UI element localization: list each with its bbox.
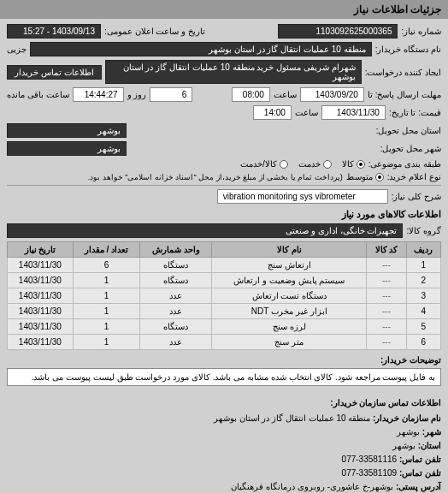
th-name: نام کالا <box>212 242 367 258</box>
table-row: 5---لرزه سنجدستگاه11403/11/30 <box>8 319 441 335</box>
creator-field: شهرام شریفی مسئول خرید منطقه 10 عملیات ا… <box>105 60 362 84</box>
table-cell: 1 <box>406 258 440 273</box>
time-label-2: ساعت <box>295 108 318 117</box>
countdown-field: 14:44:27 <box>73 87 124 102</box>
buyer-note-box: به فایل پیوست مراجعه شود. کالای انتخاب ش… <box>7 368 441 386</box>
table-cell: 1 <box>73 273 139 288</box>
contact-province-value: بوشهر <box>392 441 416 450</box>
partial-label: جزیی <box>7 45 27 54</box>
table-cell: 1403/11/30 <box>8 288 74 304</box>
table-cell: --- <box>367 319 407 335</box>
price-date-field: 1403/11/30 <box>321 105 386 120</box>
announce-field: 1403/09/13 - 15:27 <box>7 24 101 39</box>
need-no-label: شماره نیاز: <box>401 27 441 36</box>
radio-dot-icon <box>375 173 384 181</box>
th-date: تاریخ نیاز <box>8 242 74 258</box>
table-cell: 6 <box>73 258 139 273</box>
radio-goods-service[interactable]: کالا/خدمت <box>240 159 288 169</box>
subject-class-label: طبقه بندی موضوعی: <box>368 159 441 169</box>
announce-label: تاریخ و ساعت اعلان عمومی: <box>104 27 205 36</box>
contact-block: اطلاعات تماس سازمان خریدار: نام سازمان خ… <box>0 391 448 493</box>
contact-fax-label: تلفن تماس: <box>399 468 441 478</box>
days-count-field: 6 <box>150 87 192 102</box>
table-cell: 6 <box>406 335 440 350</box>
table-cell: 1 <box>73 319 139 335</box>
goods-group-field: تجهیزات خانگی، اداری و صنعتی <box>7 223 403 238</box>
table-cell: 4 <box>406 304 440 319</box>
table-cell: 1403/11/30 <box>8 304 74 319</box>
table-cell: سیستم پایش وضعیت و ارتعاش <box>212 273 367 288</box>
remaining-label: ساعت باقی مانده <box>7 90 69 99</box>
goods-table: ردیف کد کالا نام کالا واحد شمارش تعداد /… <box>7 241 441 350</box>
table-cell: دستگاه <box>140 258 212 273</box>
contact-province-label: استان: <box>418 441 441 450</box>
table-cell: عدد <box>140 335 212 350</box>
contact-phone-value: 33581116-077 <box>342 454 398 464</box>
reply-until-label: مهلت ارسال پاسخ: تا <box>368 90 441 99</box>
table-cell: 1 <box>73 288 139 304</box>
contact-address-label: آدرس پستی: <box>396 482 441 491</box>
table-cell: دستگاه <box>140 273 212 288</box>
contact-city-value: بوشهر <box>397 427 420 437</box>
contact-buyer-button[interactable]: اطلاعات تماس خریدار <box>7 65 102 80</box>
divider <box>7 185 441 186</box>
th-qty: تعداد / مقدار <box>73 242 139 258</box>
table-cell: ابزار غیر مخرب NDT <box>212 304 367 319</box>
delivery-province-field: بوشهر <box>7 123 127 138</box>
buyer-note-label: توضیحات خریدار: <box>380 355 441 365</box>
table-cell: 1403/11/30 <box>8 319 74 335</box>
table-cell: 3 <box>406 288 440 304</box>
reply-date-field: 1403/09/20 <box>300 87 364 102</box>
contact-fax-value: 33581109-077 <box>342 468 398 478</box>
table-row: 6---متر سنجعدد11403/11/30 <box>8 335 441 350</box>
table-cell: 1403/11/30 <box>8 273 74 288</box>
table-cell: 1 <box>73 335 139 350</box>
table-cell: --- <box>367 288 407 304</box>
th-idx: ردیف <box>406 242 440 258</box>
price-time-field: 14:00 <box>253 105 292 120</box>
table-cell: --- <box>367 273 407 288</box>
table-row: 4---ابزار غیر مخرب NDTعدد11403/11/30 <box>8 304 441 319</box>
radio-buy-medium[interactable]: متوسط <box>346 172 384 181</box>
delivery-province-label: استان محل تحویل: <box>376 126 441 135</box>
table-row: 1---ارتعاش سنجدستگاه61403/11/30 <box>8 258 441 273</box>
need-desc-label: شرح کلی نیاز: <box>392 192 441 201</box>
contact-phone-label: تلفن تماس: <box>399 454 441 464</box>
org-contact-header: اطلاعات تماس سازمان خریدار: <box>7 396 441 410</box>
th-code: کد کالا <box>367 242 407 258</box>
buy-type-label: نوع اعلام خرید: <box>387 172 441 181</box>
table-cell: دستگاه <box>140 319 212 335</box>
table-cell: عدد <box>140 304 212 319</box>
buy-type-note: (پرداخت تمام یا بخشی از مبلغ خرید،از محل… <box>88 173 343 181</box>
org-name-value: منطقه 10 عملیات انتقال گاز در استان بوشه… <box>214 413 371 423</box>
price-until-label: قیمت: تا تاریخ: <box>389 108 441 117</box>
form-area: شماره نیاز: 1103092625000365 تاریخ و ساع… <box>0 19 448 391</box>
table-cell: متر سنج <box>212 335 367 350</box>
page-title: جزئیات اطلاعات نیاز <box>354 3 441 15</box>
table-cell: 5 <box>406 319 440 335</box>
th-unit: واحد شمارش <box>140 242 212 258</box>
table-cell: لرزه سنج <box>212 319 367 335</box>
table-cell: 1403/11/30 <box>8 335 74 350</box>
radio-goods[interactable]: کالا <box>342 159 365 169</box>
table-row: 2---سیستم پایش وضعیت و ارتعاشدستگاه11403… <box>8 273 441 288</box>
radio-service[interactable]: خدمت <box>298 159 332 169</box>
subject-radio-group: کالا خدمت کالا/خدمت <box>240 159 365 169</box>
org-name-label: نام سازمان خریدار: <box>373 413 441 423</box>
page-header: جزئیات اطلاعات نیاز <box>0 0 448 19</box>
radio-dot-icon <box>323 160 332 169</box>
radio-dot-icon <box>357 160 365 169</box>
radio-dot-icon <box>280 160 288 169</box>
table-cell: --- <box>367 335 407 350</box>
contact-city-label: شهر: <box>422 427 441 437</box>
need-no-field: 1103092625000365 <box>278 24 398 39</box>
table-cell: 2 <box>406 273 440 288</box>
delivery-city-label: شهر محل تحویل: <box>380 144 441 153</box>
reply-time-field: 08:00 <box>232 87 270 102</box>
table-cell: دستگاه تست ارتعاش <box>212 288 367 304</box>
table-row: 3---دستگاه تست ارتعاشعدد11403/11/30 <box>8 288 441 304</box>
table-cell: 1403/11/30 <box>8 258 74 273</box>
goods-section-title: اطلاعات کالاهای مورد نیاز <box>7 209 441 220</box>
table-header-row: ردیف کد کالا نام کالا واحد شمارش تعداد /… <box>8 242 441 258</box>
need-desc-field: vibration monitoring sys vibrometer <box>217 189 388 204</box>
